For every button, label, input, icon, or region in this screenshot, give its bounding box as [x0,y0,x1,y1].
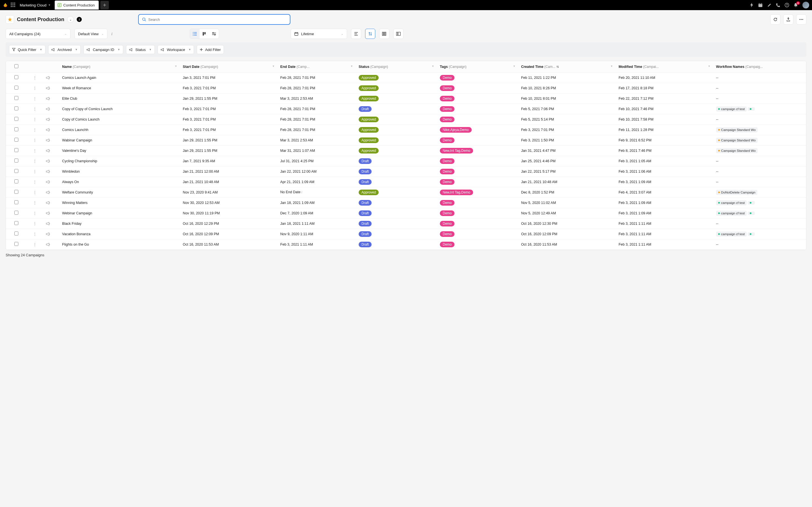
row-checkbox[interactable] [14,231,18,235]
row-menu-icon[interactable]: ⋮ [33,242,37,246]
cell-name[interactable]: Comics Launchh [59,124,180,135]
row-checkbox[interactable] [14,200,18,204]
table-row[interactable]: ⋮Week of RomanceFeb 3, 2021 7:01 PMFeb 2… [6,83,806,93]
quick-filter-chip[interactable]: Quick Filter ▼ [9,45,45,54]
workflow-chip[interactable]: Campaign Standard Wo [716,148,758,153]
workflow-chip[interactable]: DoNotDelete Campaign [716,190,757,195]
row-checkbox[interactable] [14,127,18,131]
header-menu-icon[interactable]: ▼ [432,65,434,68]
table-row[interactable]: ⋮Comics LaunchhFeb 3, 2021 7:01 PMFeb 28… [6,124,806,135]
workspace-filter-chip[interactable]: Workspace ▼ [158,45,194,54]
row-checkbox[interactable] [14,138,18,142]
workflow-chip[interactable]: Campaign Standard Wo [716,127,758,132]
table-row[interactable]: ⋮Cycling ChampionshipJan 7, 2021 9:35 AM… [6,156,806,166]
workflow-chip[interactable] [748,212,755,215]
date-range-selector[interactable]: Lifetime ⌄ [291,29,347,39]
header-tags[interactable]: Tags (Campaign)▼ [437,61,518,72]
row-menu-icon[interactable]: ⋮ [33,232,37,236]
table-row[interactable]: ⋮Copy of Copy of Comics LaunchFeb 3, 202… [6,104,806,114]
row-checkbox[interactable] [14,148,18,152]
row-menu-icon[interactable]: ⋮ [33,211,37,215]
phone-icon[interactable] [776,3,780,7]
workflow-chip[interactable]: Campaign Standard Wo [716,138,758,143]
row-checkbox[interactable] [14,221,18,225]
cell-name[interactable]: Webinar Campaign [59,208,180,218]
add-tab-button[interactable] [100,1,109,9]
search-box[interactable] [138,14,290,25]
help-icon[interactable]: ? [784,3,789,7]
row-menu-icon[interactable]: ⋮ [33,117,37,121]
table-row[interactable]: ⋮Comics Launch AgainJan 3, 2021 7:01 PMF… [6,72,806,83]
row-checkbox[interactable] [14,86,18,90]
row-menu-icon[interactable]: ⋮ [33,128,37,132]
workflow-chip[interactable]: campaign cf test [716,211,747,216]
settings-view-button[interactable] [209,29,219,39]
archived-filter-chip[interactable]: Archived ▼ [48,45,81,54]
header-menu-icon[interactable]: ▼ [174,65,177,68]
row-checkbox[interactable] [14,190,18,194]
cell-name[interactable]: Winning Matters [59,198,180,208]
favorite-button[interactable] [6,15,14,24]
row-menu-icon[interactable]: ⋮ [33,86,37,90]
header-name[interactable]: Name (Campaign)▼ [59,61,180,72]
cell-name[interactable]: Vacation Bonanza [59,229,180,239]
select-all-header[interactable] [6,61,27,72]
list-view-button[interactable] [190,29,200,39]
cell-name[interactable]: Wabinar Campaign [59,135,180,145]
cell-name[interactable]: Always On [59,177,180,187]
table-row[interactable]: ⋮Winning MattersNov 30, 2020 12:53 AMJan… [6,198,806,208]
header-start-date[interactable]: Start Date (Campaign)▼ [180,61,277,72]
table-row[interactable]: ⋮Black FridayOct 16, 2020 12:29 PMJan 18… [6,218,806,229]
info-icon[interactable]: i [77,17,82,22]
more-button[interactable] [796,14,806,24]
row-checkbox[interactable] [14,159,18,163]
title-dropdown[interactable]: ⌄ [67,16,74,23]
row-checkbox[interactable] [14,107,18,110]
cell-name[interactable]: Elite Club [59,93,180,104]
row-menu-icon[interactable]: ⋮ [33,97,37,101]
add-filter-button[interactable]: Add Filter [197,45,224,54]
tab-content-production[interactable]: Content Production [55,1,99,10]
row-checkbox[interactable] [14,75,18,79]
cell-name[interactable]: Cycling Championship [59,156,180,166]
workflow-chip[interactable] [748,232,755,236]
campaign-selector[interactable]: All Campaigns (24) ⌄ [6,29,70,39]
row-menu-icon[interactable]: ⋮ [33,138,37,142]
workflow-chip[interactable] [748,107,755,111]
select-all-checkbox[interactable] [14,64,18,68]
workflow-chip[interactable]: campaign cf test [716,200,747,205]
row-checkbox[interactable] [14,117,18,121]
cell-name[interactable]: Wimbledon [59,166,180,177]
sort-button[interactable] [365,29,375,39]
campaign-id-filter-chip[interactable]: Campaign ID ▼ [84,45,123,54]
row-checkbox[interactable] [14,242,18,246]
table-row[interactable]: ⋮Flights on the GoOct 16, 2020 11:53 AMF… [6,239,806,249]
header-menu-icon[interactable]: ▼ [350,65,353,68]
row-menu-icon[interactable]: ⋮ [33,170,37,173]
table-row[interactable]: ⋮Valentine's DayJan 29, 2021 1:55 PMMar … [6,145,806,156]
search-input[interactable] [148,17,287,22]
workflow-chip[interactable] [748,201,755,205]
row-checkbox[interactable] [14,179,18,183]
layout-button[interactable] [393,29,403,39]
table-row[interactable]: ⋮Vacation BonanzaOct 16, 2020 12:09 PMNo… [6,229,806,239]
row-menu-icon[interactable]: ⋮ [33,222,37,226]
header-menu-icon[interactable]: ▼ [610,65,613,68]
workspace-selector[interactable]: Marketing Cloud ▼ [20,3,51,7]
table-row[interactable]: ⋮Webinar CampaignNov 30, 2020 11:19 PMDe… [6,208,806,218]
row-menu-icon[interactable]: ⋮ [33,201,37,205]
row-checkbox[interactable] [14,211,18,215]
header-workflow-names[interactable]: Workflow Names (Campaig... [713,61,806,72]
board-view-button[interactable] [200,29,209,39]
header-status[interactable]: Status (Campaign)▼ [356,61,437,72]
pencil-icon[interactable] [767,3,771,7]
header-modified-time[interactable]: Modified Time (Campai...▼ [616,61,713,72]
table-row[interactable]: ⋮Wabinar CampaignJan 29, 2021 1:55 PMMar… [6,135,806,145]
header-menu-icon[interactable]: ▼ [708,65,711,68]
view-info-icon[interactable]: i [111,32,112,36]
user-avatar[interactable] [802,2,809,8]
cell-name[interactable]: Welfare Community [59,187,180,198]
cell-name[interactable]: Copy of Copy of Comics Launch [59,104,180,114]
table-row[interactable]: ⋮WimbledonJan 21, 2021 12:00 AMJan 22, 2… [6,166,806,177]
columns-button[interactable] [379,29,389,39]
